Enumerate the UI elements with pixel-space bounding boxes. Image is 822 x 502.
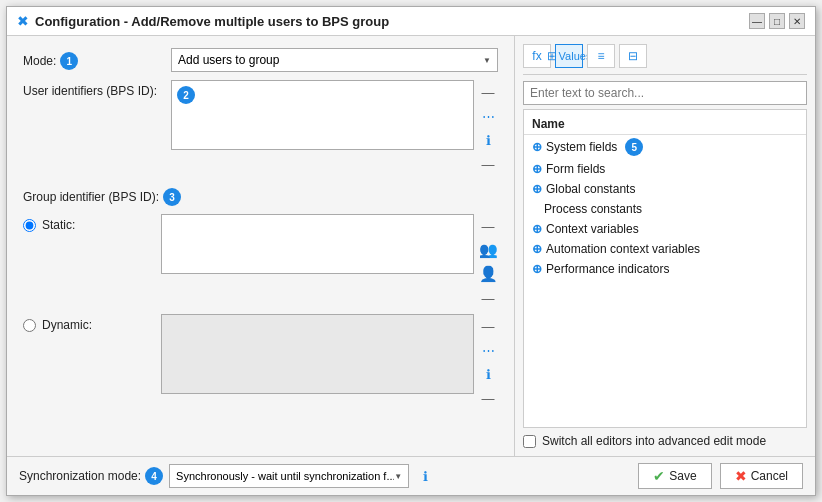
content-area: Mode: 1 Add users to group ▼ User identi… xyxy=(7,36,815,456)
dynamic-more-icon[interactable]: ⋯ xyxy=(478,340,498,360)
bottom-bar: Synchronization mode: 4 Synchronously - … xyxy=(7,456,815,495)
tree-header: Name xyxy=(524,114,806,135)
expand-icon: ⊕ xyxy=(532,162,542,176)
tree-item-performance-indicators[interactable]: ⊕ Performance indicators xyxy=(524,259,806,279)
tree-item-system-fields[interactable]: ⊕ System fields 5 xyxy=(524,135,806,159)
user-id-textarea-wrap: 2 xyxy=(171,80,474,150)
dynamic-radio[interactable] xyxy=(23,319,36,332)
minimize-textarea-icon[interactable]: — xyxy=(478,82,498,102)
tree-item-context-variables[interactable]: ⊕ Context variables xyxy=(524,219,806,239)
expand-icon: ⊕ xyxy=(532,242,542,256)
sync-label: Synchronization mode: 4 xyxy=(19,467,163,485)
advanced-edit-checkbox[interactable] xyxy=(523,435,536,448)
search-input[interactable] xyxy=(523,81,807,105)
group-id-badge: 3 xyxy=(163,188,181,206)
values-button[interactable]: ⊞ Values xyxy=(555,44,583,68)
user-icon[interactable]: 👤 xyxy=(478,264,498,284)
rp-tree: Name ⊕ System fields 5 ⊕ Form fields ⊕ G… xyxy=(523,109,807,428)
system-fields-badge: 5 xyxy=(625,138,643,156)
expand-icon: ⊕ xyxy=(532,182,542,196)
tree-item-form-fields[interactable]: ⊕ Form fields xyxy=(524,159,806,179)
user-id-row: User identifiers (BPS ID): 2 — ⋯ ℹ — xyxy=(23,80,498,176)
dropdown-arrow-icon: ▼ xyxy=(483,56,491,65)
static-textarea[interactable] xyxy=(161,214,474,274)
table-icon: ≡ xyxy=(597,49,604,63)
static-expand-icon[interactable]: — xyxy=(478,288,498,308)
user-id-icons: — ⋯ ℹ — xyxy=(478,80,498,176)
static-control: — 👥 👤 — xyxy=(161,214,498,310)
minimize-button[interactable]: — xyxy=(749,13,765,29)
group-id-row: Group identifier (BPS ID): 3 xyxy=(23,184,498,206)
rp-toolbar: fx ⊞ Values ≡ ⊟ xyxy=(523,44,807,75)
dynamic-icons: — ⋯ ℹ — xyxy=(478,314,498,410)
dynamic-textarea[interactable] xyxy=(161,314,474,394)
mode-badge: 1 xyxy=(60,52,78,70)
tree-item-global-constants[interactable]: ⊕ Global constants xyxy=(524,179,806,199)
static-minimize-icon[interactable]: — xyxy=(478,216,498,236)
main-window: ✖ Configuration - Add/Remove multiple us… xyxy=(6,6,816,496)
group-id-label: Group identifier (BPS ID): 3 xyxy=(23,184,181,206)
values-table-icon: ⊞ xyxy=(547,49,557,63)
user-id-control: 2 — ⋯ ℹ — xyxy=(171,80,498,176)
tree-item-automation-context[interactable]: ⊕ Automation context variables xyxy=(524,239,806,259)
expand-textarea-icon[interactable]: — xyxy=(478,154,498,174)
advanced-row: Switch all editors into advanced edit mo… xyxy=(523,434,807,448)
user-id-label: User identifiers (BPS ID): xyxy=(23,80,163,98)
dynamic-row: Dynamic: — ⋯ ℹ — xyxy=(23,314,498,410)
static-radio[interactable] xyxy=(23,219,36,232)
left-panel: Mode: 1 Add users to group ▼ User identi… xyxy=(7,36,515,456)
sync-info-icon[interactable]: ℹ xyxy=(415,466,435,486)
footer-buttons: ✔ Save ✖ Cancel xyxy=(638,463,803,489)
mode-dropdown[interactable]: Add users to group ▼ xyxy=(171,48,498,72)
sync-dropdown-arrow-icon: ▼ xyxy=(394,472,402,481)
user-id-textarea[interactable] xyxy=(171,80,474,150)
info-icon[interactable]: ⋯ xyxy=(478,106,498,126)
static-row: Static: — 👥 👤 — xyxy=(23,214,498,310)
dynamic-textarea-wrap xyxy=(161,314,474,394)
table-view-button[interactable]: ≡ xyxy=(587,44,615,68)
sync-row: Synchronization mode: 4 Synchronously - … xyxy=(19,464,435,488)
dynamic-minimize-icon[interactable]: — xyxy=(478,316,498,336)
title-bar-left: ✖ Configuration - Add/Remove multiple us… xyxy=(17,13,389,29)
expand-icon: ⊕ xyxy=(532,262,542,276)
add-user-icon[interactable]: 👥 xyxy=(478,240,498,260)
static-icons: — 👥 👤 — xyxy=(478,214,498,310)
mode-row: Mode: 1 Add users to group ▼ xyxy=(23,48,498,72)
app-icon: ✖ xyxy=(17,13,29,29)
mode-control: Add users to group ▼ xyxy=(171,48,498,72)
right-panel: fx ⊞ Values ≡ ⊟ Name ⊕ xyxy=(515,36,815,456)
dynamic-info-icon[interactable]: ℹ xyxy=(478,364,498,384)
info-circle-icon[interactable]: ℹ xyxy=(478,130,498,150)
expand-icon: ⊕ xyxy=(532,222,542,236)
title-controls: — □ ✕ xyxy=(749,13,805,29)
dynamic-expand-icon[interactable]: — xyxy=(478,388,498,408)
grid-icon: ⊟ xyxy=(628,49,638,63)
static-textarea-wrap xyxy=(161,214,474,274)
title-bar: ✖ Configuration - Add/Remove multiple us… xyxy=(7,7,815,36)
window-title: Configuration - Add/Remove multiple user… xyxy=(35,14,389,29)
save-check-icon: ✔ xyxy=(653,468,665,484)
dynamic-label: Dynamic: xyxy=(23,314,153,332)
cancel-button[interactable]: ✖ Cancel xyxy=(720,463,803,489)
expand-icon: ⊕ xyxy=(532,140,542,154)
close-button[interactable]: ✕ xyxy=(789,13,805,29)
sync-dropdown[interactable]: Synchronously - wait until synchronizati… xyxy=(169,464,409,488)
dynamic-control: — ⋯ ℹ — xyxy=(161,314,498,410)
tree-item-process-constants[interactable]: Process constants xyxy=(524,199,806,219)
sync-badge: 4 xyxy=(145,467,163,485)
cancel-x-icon: ✖ xyxy=(735,468,747,484)
save-button[interactable]: ✔ Save xyxy=(638,463,711,489)
grid-view-button[interactable]: ⊟ xyxy=(619,44,647,68)
static-label: Static: xyxy=(23,214,153,232)
user-id-badge: 2 xyxy=(177,86,195,104)
mode-label: Mode: 1 xyxy=(23,48,163,70)
maximize-button[interactable]: □ xyxy=(769,13,785,29)
